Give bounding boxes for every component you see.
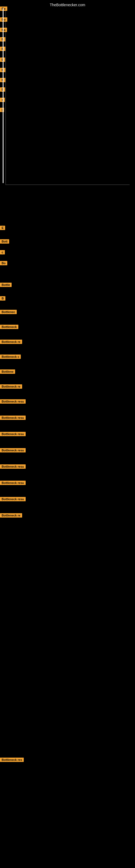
result-badge-4: Bottleneck re [0, 339, 22, 344]
badge-0: Bo [0, 6, 7, 11]
x-axis [5, 184, 130, 185]
badge-2: Ba [0, 27, 7, 32]
lower-badge-3: Bo [0, 260, 7, 265]
lower-badge-1: Bott [0, 239, 9, 244]
result-badge-12: Bottleneck resu [0, 464, 26, 469]
result-badge-15: Bottleneck re [0, 513, 22, 518]
chart-cursor-line [3, 8, 3, 183]
result-badge-1: B [0, 296, 5, 301]
result-badge-8: Bottleneck resu [0, 399, 26, 404]
result-badge-0: Bottle [0, 282, 12, 287]
lower-badge-2: c [0, 250, 5, 254]
result-badge-16: Bottleneck res [0, 757, 24, 762]
result-badge-10: Bottleneck resu [0, 431, 26, 436]
result-badge-2: Bottlenec [0, 309, 17, 314]
badge-1: Bo [0, 17, 7, 22]
result-badge-5: Bottleneck c [0, 354, 21, 359]
lower-badge-0: E [0, 225, 5, 230]
result-badge-11: Bottleneck resu [0, 447, 26, 453]
result-badge-3: Bottleneck [0, 324, 18, 329]
result-badge-13: Bottleneck resu [0, 480, 26, 485]
result-badge-6: Bottlene [0, 369, 15, 374]
result-badge-7: Bottleneck re [0, 384, 22, 389]
chart-area [5, 8, 132, 193]
result-badge-14: Bottleneck resu [0, 496, 26, 501]
result-badge-9: Bottleneck resu [0, 415, 26, 420]
site-title: TheBottlenecker.com [0, 1, 135, 8]
y-axis [5, 8, 6, 184]
